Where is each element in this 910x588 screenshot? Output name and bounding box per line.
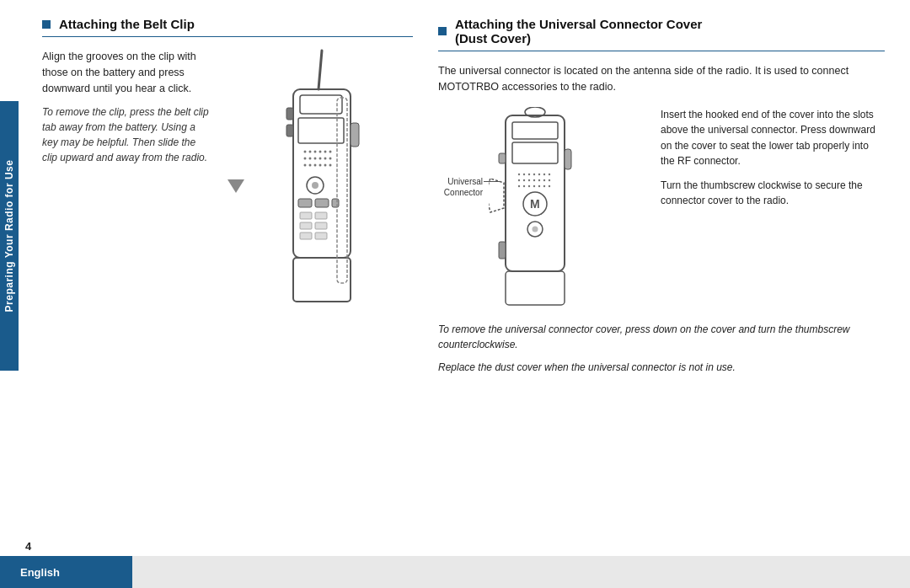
svg-rect-32 [300, 222, 312, 229]
right-intro-text: The universal connector is located on th… [438, 63, 885, 95]
svg-point-11 [329, 151, 332, 153]
belt-clip-radio-image [219, 49, 413, 310]
svg-rect-70 [506, 271, 565, 305]
svg-point-61 [538, 184, 540, 186]
svg-rect-35 [315, 233, 327, 239]
right-section-header: Attaching the Universal Connector Cover … [438, 17, 885, 51]
right-desc1: Insert the hooked end of the cover into … [661, 107, 885, 169]
svg-point-55 [543, 179, 545, 180]
svg-rect-69 [499, 242, 506, 259]
left-section-header: Attaching the Belt Clip [42, 17, 413, 37]
svg-rect-36 [293, 258, 351, 302]
svg-point-10 [324, 151, 327, 153]
left-section-title: Attaching the Belt Clip [59, 17, 195, 31]
svg-point-9 [319, 151, 322, 153]
svg-point-53 [533, 179, 535, 180]
right-column: Attaching the Universal Connector Cover … [438, 17, 885, 520]
svg-rect-68 [499, 153, 506, 163]
svg-rect-2 [300, 95, 342, 114]
right-title-line1: Attaching the Universal Connector Cover [455, 17, 702, 31]
svg-rect-31 [315, 212, 327, 219]
svg-rect-24 [351, 123, 359, 147]
svg-rect-37 [337, 98, 347, 283]
svg-rect-42 [565, 149, 571, 169]
svg-point-45 [528, 173, 530, 174]
svg-point-19 [309, 164, 312, 167]
svg-rect-30 [300, 212, 312, 219]
right-title-line2: (Dust Cover) [455, 31, 531, 45]
svg-point-17 [329, 158, 332, 160]
svg-line-0 [318, 51, 322, 89]
svg-point-20 [314, 164, 317, 167]
svg-rect-29 [332, 199, 339, 207]
page-number: 4 [25, 540, 31, 553]
svg-point-44 [523, 173, 525, 174]
svg-point-56 [549, 179, 550, 180]
right-bottom1: To remove the universal connector cover,… [438, 322, 885, 353]
svg-point-16 [324, 158, 327, 160]
svg-rect-33 [315, 222, 327, 229]
left-body: Align the grooves on the clip with those… [42, 49, 413, 310]
svg-point-46 [533, 173, 535, 174]
left-para2: To remove the clip, press the belt clip … [42, 104, 211, 165]
svg-point-23 [329, 164, 332, 167]
svg-point-59 [528, 184, 530, 186]
right-bottom: To remove the universal connector cover,… [438, 322, 885, 376]
svg-text:M: M [530, 197, 540, 211]
svg-rect-34 [300, 233, 312, 239]
svg-point-13 [309, 158, 312, 160]
svg-point-15 [319, 158, 322, 160]
footer: English [0, 556, 910, 588]
svg-point-14 [314, 158, 317, 160]
svg-point-7 [309, 151, 312, 153]
connector-label: UniversalConnector [436, 176, 483, 198]
svg-point-51 [523, 179, 525, 180]
svg-point-8 [314, 151, 317, 153]
right-bottom2: Replace the dust cover when the universa… [438, 360, 885, 376]
svg-rect-5 [286, 125, 293, 136]
svg-point-58 [523, 184, 525, 186]
svg-point-57 [518, 184, 520, 186]
svg-rect-4 [286, 108, 293, 120]
svg-point-21 [319, 164, 322, 167]
right-section-title: Attaching the Universal Connector Cover … [455, 17, 702, 45]
arrow-down-icon [228, 179, 244, 193]
svg-point-18 [304, 164, 307, 167]
right-desc2: Turn the thumbscrew clockwise to secure … [661, 178, 885, 209]
left-text-block: Align the grooves on the clip with those… [42, 49, 211, 310]
universal-connector-radio-svg: M [489, 107, 649, 309]
svg-point-48 [543, 173, 545, 174]
svg-point-60 [533, 184, 535, 186]
language-label: English [20, 566, 60, 579]
header-square-left [42, 20, 51, 29]
right-descriptions: Insert the hooked end of the cover into … [661, 107, 885, 312]
svg-point-50 [518, 179, 520, 180]
side-tab-label: Preparing Your Radio for Use [3, 160, 15, 313]
footer-language: English [0, 556, 132, 588]
svg-rect-41 [512, 142, 558, 163]
left-para1: Align the grooves on the clip with those… [42, 49, 211, 96]
svg-point-63 [549, 184, 550, 186]
left-column: Attaching the Belt Clip Align the groove… [25, 17, 413, 520]
universal-connector-radio-image: UniversalConnector [438, 107, 649, 312]
right-middle-section: UniversalConnector [438, 107, 885, 312]
svg-point-22 [324, 164, 327, 167]
svg-point-12 [304, 158, 307, 160]
svg-point-49 [549, 173, 550, 174]
svg-point-67 [533, 226, 538, 232]
svg-point-62 [543, 184, 545, 186]
svg-rect-40 [512, 122, 558, 139]
connector-line [484, 181, 500, 182]
svg-point-47 [538, 173, 540, 174]
svg-point-52 [528, 179, 530, 180]
side-tab: Preparing Your Radio for Use [0, 101, 19, 371]
svg-point-26 [312, 182, 318, 189]
svg-point-43 [518, 173, 520, 174]
page-number-area: 4 [0, 537, 910, 556]
svg-point-54 [538, 179, 540, 180]
footer-rest [132, 556, 910, 588]
svg-point-6 [304, 151, 307, 153]
svg-rect-28 [315, 199, 329, 207]
svg-rect-27 [298, 199, 312, 207]
belt-clip-radio-svg [261, 49, 371, 310]
